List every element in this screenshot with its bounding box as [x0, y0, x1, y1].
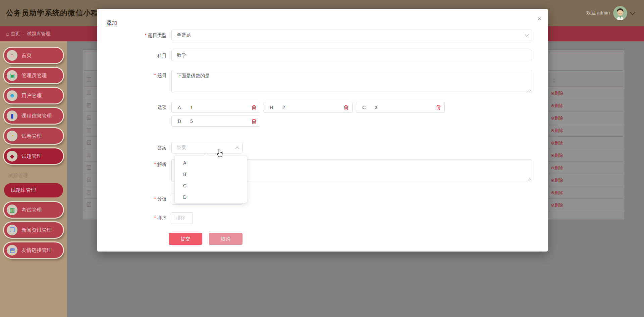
answer-option-B[interactable]: B	[175, 169, 247, 180]
option-value-input[interactable]: 1	[190, 105, 193, 110]
sidebar-item-paper-mgmt[interactable]: ◔试卷管理	[4, 128, 63, 144]
chevron-up-icon	[235, 146, 239, 151]
news-mgmt-icon: ❐	[7, 225, 17, 235]
question-mgmt-icon: ◆	[7, 151, 17, 162]
analysis-label: 解析	[97, 162, 167, 168]
breadcrumb-current: 试题库管理	[27, 31, 50, 37]
sidebar-item-user-mgmt[interactable]: ☻用户管理	[4, 88, 63, 103]
score-label: 分值	[97, 196, 167, 202]
sidebar-item-label: 课程信息管理	[21, 113, 52, 119]
sidebar-item-question-bank-mgmt[interactable]: 试题库管理	[4, 183, 63, 197]
trash-icon[interactable]	[343, 104, 350, 111]
option-value-input[interactable]: 5	[190, 119, 193, 124]
option-box-B[interactable]: B2	[264, 102, 353, 113]
sidebar-item-label: 用户管理	[21, 93, 42, 99]
sidebar-item-label: 首页	[21, 52, 32, 59]
option-box-D[interactable]: D5	[171, 116, 260, 127]
option-box-C[interactable]: C3	[356, 102, 445, 113]
option-key: D	[178, 119, 181, 124]
exam-mgmt-icon: ▦	[7, 205, 17, 215]
trash-icon[interactable]	[435, 104, 442, 111]
chevron-down-icon	[525, 33, 529, 37]
close-icon[interactable]: ×	[535, 14, 544, 24]
sidebar-item-course-info-mgmt[interactable]: ▮课程信息管理	[4, 108, 63, 124]
answer-select[interactable]: 答案	[171, 142, 243, 153]
sort-input[interactable]: 排序	[171, 212, 193, 224]
options-label: 选项	[97, 104, 167, 110]
subject-input[interactable]: 数学	[171, 50, 532, 61]
avatar[interactable]	[613, 6, 627, 20]
hand-cursor-icon	[215, 148, 224, 159]
modal-title: 添加	[106, 20, 117, 27]
sidebar-item-label: 考试管理	[21, 207, 42, 213]
option-key: A	[178, 105, 181, 110]
submit-button[interactable]: 提交	[169, 233, 202, 245]
sidebar-item-exam-mgmt[interactable]: ▦考试管理	[4, 202, 63, 218]
sidebar-item-label: 新闻资讯管理	[21, 227, 52, 233]
sidebar: ⌂首页▣管理员管理☻用户管理▮课程信息管理◔试卷管理◆试题管理试题管理试题库管理…	[0, 41, 67, 317]
question-type-label: 题目类型	[97, 33, 167, 39]
links-mgmt-icon: ▤	[7, 245, 17, 256]
trash-icon[interactable]	[251, 118, 257, 125]
sidebar-section-label: 试题管理	[8, 173, 67, 179]
answer-label: 答案	[97, 145, 167, 151]
breadcrumb-home[interactable]: 首页	[11, 31, 20, 37]
app-title: 公务员助学系统的微信小程序	[6, 8, 106, 18]
sidebar-item-news-mgmt[interactable]: ❐新闻资讯管理	[4, 222, 63, 238]
sidebar-item-question-mgmt[interactable]: ◆试题管理	[4, 148, 63, 164]
answer-option-A[interactable]: A	[175, 157, 247, 169]
paper-mgmt-icon: ◔	[7, 131, 17, 141]
sidebar-item-label: 试题库管理	[11, 187, 36, 193]
cancel-button[interactable]: 取消	[209, 233, 243, 245]
option-key: B	[270, 105, 273, 110]
option-value-input[interactable]: 3	[375, 105, 377, 110]
answer-option-D[interactable]: D	[175, 191, 247, 203]
sidebar-item-home[interactable]: ⌂首页	[4, 48, 63, 63]
resize-handle[interactable]	[528, 89, 531, 92]
question-value: 下面是偶数的是	[177, 73, 210, 79]
chevron-down-icon[interactable]	[630, 10, 636, 15]
question-type-value: 单选题	[177, 32, 191, 38]
user-mgmt-icon: ☻	[7, 90, 17, 101]
question-type-select[interactable]: 单选题	[171, 30, 532, 41]
trash-icon[interactable]	[251, 104, 257, 111]
sidebar-item-label: 友情链接管理	[21, 247, 52, 254]
course-info-mgmt-icon: ▮	[7, 110, 17, 121]
sidebar-item-label: 管理员管理	[21, 73, 47, 79]
answer-placeholder: 答案	[177, 145, 186, 151]
answer-dropdown: ABCD	[174, 155, 247, 203]
sort-placeholder: 排序	[176, 215, 185, 221]
sidebar-item-label: 试题管理	[21, 153, 42, 160]
option-box-A[interactable]: A1	[171, 102, 260, 113]
welcome-text: 欢迎 admin	[586, 10, 610, 16]
breadcrumb-separator: -	[23, 31, 24, 37]
sidebar-item-admin-mgmt[interactable]: ▣管理员管理	[4, 68, 63, 83]
add-question-modal: 添加 × 题目类型 单选题 科目 数学 题目 下面是偶数的是 选项 A1B2C3…	[97, 9, 548, 252]
home-icon: ⌂	[7, 50, 17, 61]
sidebar-item-label: 试卷管理	[21, 133, 42, 139]
sort-label: 排序	[97, 215, 167, 221]
option-value-input[interactable]: 2	[282, 105, 285, 110]
resize-handle[interactable]	[528, 178, 531, 181]
subject-label: 科目	[97, 53, 167, 59]
sidebar-item-links-mgmt[interactable]: ▤友情链接管理	[4, 242, 63, 258]
question-textarea[interactable]: 下面是偶数的是	[171, 70, 532, 93]
subject-value: 数学	[177, 52, 186, 58]
question-label: 题目	[97, 73, 167, 79]
home-icon: ⌂	[6, 31, 9, 37]
admin-mgmt-icon: ▣	[7, 70, 17, 81]
answer-option-C[interactable]: C	[175, 180, 247, 191]
option-key: C	[362, 105, 366, 110]
